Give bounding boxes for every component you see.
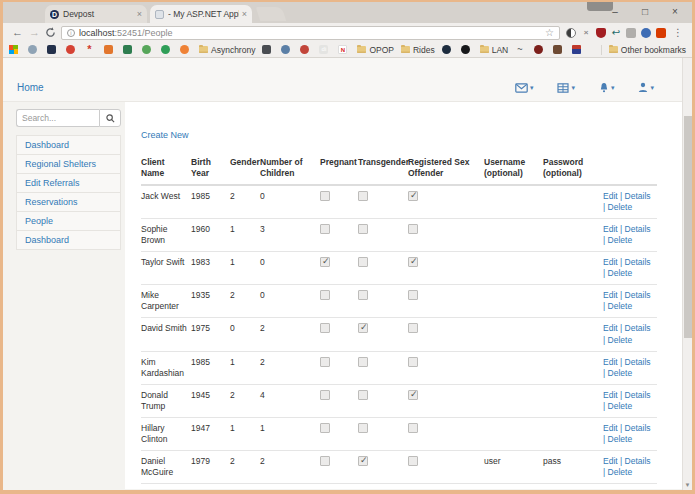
bookmark-item[interactable] [47, 45, 59, 54]
tab-close-icon[interactable]: × [137, 9, 142, 19]
registered-sex-offender-checkbox[interactable] [408, 390, 418, 400]
minimize-button[interactable]: – [600, 2, 630, 21]
browser-menu-icon[interactable]: ⋮ [670, 27, 686, 38]
edit-link[interactable]: Edit [603, 323, 618, 333]
tab-aspnet[interactable]: - My ASP.NET Appli × [150, 5, 252, 23]
delete-link[interactable]: Delete [608, 235, 633, 245]
transgender-checkbox[interactable] [358, 423, 368, 433]
bookmark-item[interactable]: Rides [401, 45, 435, 55]
registered-sex-offender-checkbox[interactable] [408, 257, 418, 267]
transgender-checkbox[interactable] [358, 191, 368, 201]
bookmark-item[interactable] [180, 45, 192, 54]
transgender-checkbox[interactable] [358, 224, 368, 234]
reload-icon[interactable] [45, 27, 56, 38]
page-info-icon[interactable]: i [67, 29, 75, 37]
transgender-checkbox[interactable] [358, 290, 368, 300]
edit-link[interactable]: Edit [603, 390, 618, 400]
edit-link[interactable]: Edit [603, 257, 618, 267]
details-link[interactable]: Details [625, 224, 651, 234]
registered-sex-offender-checkbox[interactable] [408, 357, 418, 367]
details-link[interactable]: Details [625, 323, 651, 333]
maximize-button[interactable]: □ [630, 2, 660, 21]
delete-link[interactable]: Delete [608, 202, 633, 212]
details-link[interactable]: Details [625, 456, 651, 466]
scrollbar-thumb[interactable] [684, 116, 692, 338]
sidebar-item[interactable]: Reservations [16, 192, 121, 212]
page-scrollbar[interactable]: ▼ [682, 58, 692, 490]
edit-link[interactable]: Edit [603, 423, 618, 433]
sidebar-item[interactable]: People [16, 211, 121, 231]
tab-close-icon[interactable]: × [242, 9, 247, 19]
registered-sex-offender-checkbox[interactable] [408, 290, 418, 300]
other-bookmarks-button[interactable]: Other bookmarks [601, 45, 686, 55]
close-button[interactable]: × [660, 2, 690, 21]
blue-extension-icon[interactable] [641, 28, 651, 38]
bookmark-item[interactable] [461, 45, 473, 54]
delete-link[interactable]: Delete [608, 368, 633, 378]
delete-link[interactable]: Delete [608, 401, 633, 411]
gray-extension-icon[interactable] [626, 28, 636, 38]
bookmark-item[interactable] [534, 45, 546, 54]
tab-devpost[interactable]: D Devpost × [45, 5, 147, 23]
edit-link[interactable]: Edit [603, 224, 618, 234]
pregnant-checkbox[interactable] [320, 456, 330, 466]
office-extension-icon[interactable] [656, 28, 666, 38]
edit-link[interactable]: Edit [603, 357, 618, 367]
edit-link[interactable]: Edit [603, 456, 618, 466]
transgender-checkbox[interactable] [358, 323, 368, 333]
url-text[interactable]: localhost:52451/People [79, 28, 545, 38]
transgender-checkbox[interactable] [358, 257, 368, 267]
pregnant-checkbox[interactable] [320, 357, 330, 367]
delete-link[interactable]: Delete [608, 467, 633, 477]
registered-sex-offender-checkbox[interactable] [408, 423, 418, 433]
contrast-extension-icon[interactable] [566, 28, 576, 38]
user-dropdown[interactable]: ▾ [638, 82, 654, 93]
bookmark-item[interactable] [572, 45, 584, 54]
details-link[interactable]: Details [625, 423, 651, 433]
tasks-dropdown[interactable]: ▾ [557, 82, 575, 93]
delete-link[interactable]: Delete [608, 301, 633, 311]
sidebar-item[interactable]: Edit Referrals [16, 173, 121, 193]
details-link[interactable]: Details [625, 390, 651, 400]
pregnant-checkbox[interactable] [320, 390, 330, 400]
bookmark-star-icon[interactable]: ☆ [545, 27, 554, 38]
bookmark-item[interactable] [66, 45, 78, 54]
details-link[interactable]: Details [625, 357, 651, 367]
bookmark-item[interactable] [161, 45, 173, 54]
scrollbar-down-arrow[interactable]: ▼ [683, 482, 692, 488]
bookmark-item[interactable] [9, 45, 21, 54]
registered-sex-offender-checkbox[interactable] [408, 323, 418, 333]
messages-dropdown[interactable]: ▾ [515, 82, 534, 93]
bookmark-item[interactable] [442, 45, 454, 54]
reply-arrow-extension-icon[interactable]: ↩ [611, 28, 621, 38]
bookmark-item[interactable]: LAN [480, 45, 509, 55]
bookmark-item[interactable] [142, 45, 154, 54]
bookmark-item[interactable]: Asynchrony [199, 45, 255, 55]
sidebar-item[interactable]: Dashboard [16, 135, 121, 155]
bookmark-item[interactable] [123, 45, 135, 54]
delete-link[interactable]: Delete [608, 335, 633, 345]
pregnant-checkbox[interactable] [320, 423, 330, 433]
pregnant-checkbox[interactable] [320, 323, 330, 333]
bookmark-item[interactable]: OPOP [357, 45, 394, 55]
search-input[interactable] [16, 109, 99, 127]
back-button[interactable]: ← [9, 24, 26, 41]
create-new-link[interactable]: Create New [141, 130, 189, 140]
transgender-checkbox[interactable] [358, 390, 368, 400]
bookmark-item[interactable] [281, 45, 293, 54]
bookmark-item[interactable]: * [85, 45, 97, 54]
delete-link[interactable]: Delete [608, 268, 633, 278]
transgender-checkbox[interactable] [358, 456, 368, 466]
bookmark-item[interactable]: N [338, 45, 350, 54]
bookmark-item[interactable] [262, 45, 274, 54]
address-bar[interactable]: i localhost:52451/People ☆ [61, 26, 560, 40]
pregnant-checkbox[interactable] [320, 191, 330, 201]
home-link[interactable]: Home [17, 82, 44, 93]
transgender-checkbox[interactable] [358, 357, 368, 367]
bookmark-item[interactable] [28, 45, 40, 54]
bookmark-item[interactable]: ~ [515, 45, 527, 54]
bookmark-item[interactable] [104, 45, 116, 54]
sidebar-item[interactable]: Regional Shelters [16, 154, 121, 174]
registered-sex-offender-checkbox[interactable] [408, 191, 418, 201]
bookmark-item[interactable] [553, 45, 565, 54]
